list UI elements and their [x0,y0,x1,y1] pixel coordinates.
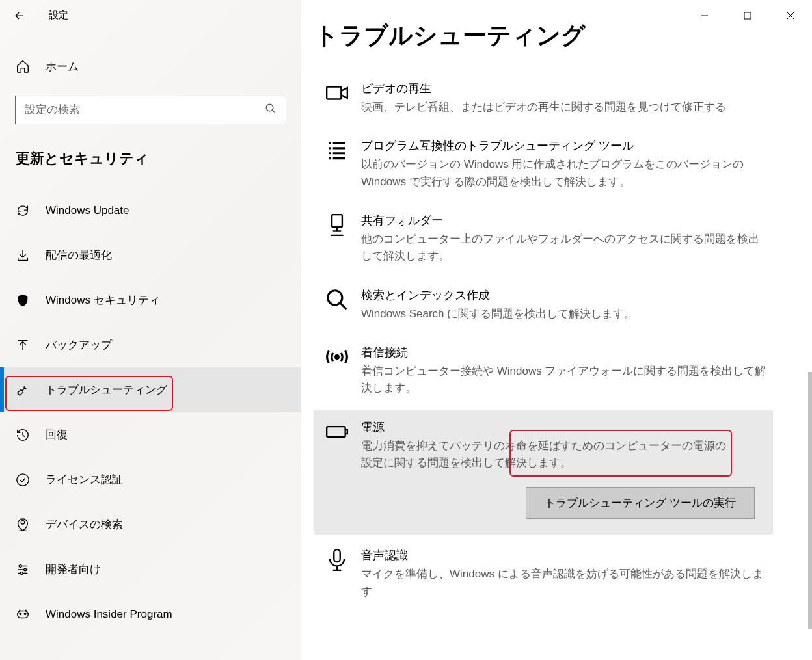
nav-label: Windows セキュリティ [46,293,160,308]
ts-item-compat[interactable]: プログラム互換性のトラブルシューティング ツール 以前のバージョンの Windo… [314,129,812,200]
wrench-icon [16,383,30,397]
svg-rect-15 [334,550,340,562]
nav-troubleshoot[interactable]: トラブルシューティング [0,367,301,412]
battery-icon [325,419,349,444]
ts-item-power[interactable]: 電源 電力消費を抑えてバッテリの寿命を延ばすためのコンピューターの電源の設定に関… [314,410,773,535]
ts-item-shared-folder[interactable]: 共有フォルダー 他のコンピューター上のファイルやフォルダーへのアクセスに関する問… [314,204,812,274]
titlebar: 設定 [0,0,301,31]
upload-icon [16,338,30,352]
download-icon [16,248,30,263]
nav-backup[interactable]: バックアップ [0,323,301,367]
list-icon [325,138,349,163]
sidebar: 設定 ホーム 更新とセキュリティ Windows Update 配信の最適化 W… [0,0,301,660]
ts-desc: マイクを準備し、Windows による音声認識を妨げる可能性がある問題を解決しま… [361,566,769,600]
search-box[interactable] [15,96,286,124]
microphone-icon [325,548,349,572]
nav-label: トラブルシューティング [46,382,167,397]
home-icon [16,59,30,73]
ts-desc: Windows Search に関する問題を検出して解決します。 [361,306,769,323]
section-header: 更新とセキュリティ [0,149,301,168]
ts-item-search-index[interactable]: 検索とインデックス作成 Windows Search に関する問題を検出して解決… [314,278,812,332]
nav-windows-security[interactable]: Windows セキュリティ [0,278,301,323]
svg-rect-10 [327,87,341,99]
ts-desc: 他のコンピューター上のファイルやフォルダーへのアクセスに関する問題を検出して解決… [361,231,769,265]
svg-point-1 [17,473,29,485]
ts-desc: 映画、テレビ番組、またはビデオの再生に関する問題を見つけて修正する [361,99,769,116]
insider-icon [16,607,30,622]
check-circle-icon [16,473,30,487]
svg-rect-14 [327,427,345,437]
ts-title: プログラム互換性のトラブルシューティング ツール [361,138,769,153]
ts-desc: 以前のバージョンの Windows 用に作成されたプログラムをこのバージョンの … [361,156,769,191]
ts-desc: 着信コンピューター接続や Windows ファイアウォールに関する問題を検出して… [361,363,769,397]
svg-point-0 [266,104,273,111]
ts-title: 検索とインデックス作成 [361,287,769,303]
ts-item-speech[interactable]: 音声認識 マイクを準備し、Windows による音声認識を妨げる可能性がある問題… [314,538,812,609]
svg-point-12 [328,290,342,304]
ts-title: 共有フォルダー [361,213,769,228]
ts-title: 音声認識 [361,548,769,563]
ts-item-video[interactable]: ビデオの再生 映画、テレビ番組、またはビデオの再生に関する問題を見つけて修正する [314,72,812,125]
ts-title: 着信接続 [361,345,769,360]
nav-label: Windows Insider Program [46,608,172,621]
sync-icon [16,204,30,218]
svg-point-13 [336,356,339,359]
minimize-button[interactable] [683,0,726,31]
maximize-button[interactable] [726,0,769,31]
window-controls [683,0,812,31]
nav-find-device[interactable]: デバイスの検索 [0,502,301,547]
ts-item-incoming[interactable]: 着信接続 着信コンピューター接続や Windows ファイアウォールに関する問題… [314,336,812,406]
network-pc-icon [325,213,349,237]
troubleshoot-list: ビデオの再生 映画、テレビ番組、またはビデオの再生に関する問題を見つけて修正する… [301,52,812,609]
scrollbar[interactable] [808,372,812,629]
search-input[interactable] [25,103,265,116]
svg-point-4 [24,568,27,571]
ts-title: 電源 [361,419,730,435]
nav-label: 開発者向け [46,562,101,577]
nav-label: 配信の最適化 [46,248,112,263]
svg-rect-9 [744,12,751,19]
magnify-icon [325,287,349,312]
svg-point-5 [20,572,23,574]
nav-label: デバイスの検索 [46,517,123,532]
nav-insider[interactable]: Windows Insider Program [0,592,301,637]
main-content: トラブルシューティング ビデオの再生 映画、テレビ番組、またはビデオの再生に関す… [301,0,812,660]
nav-recovery[interactable]: 回復 [0,412,301,457]
nav-label: バックアップ [46,337,112,352]
nav-delivery-optimization[interactable]: 配信の最適化 [0,233,301,278]
nav-label: Windows Update [46,204,129,217]
nav-label: 回復 [46,427,68,442]
svg-rect-11 [332,215,342,227]
nav-label: ライセンス認証 [46,472,123,487]
history-icon [16,428,30,442]
back-button[interactable] [0,0,39,31]
svg-rect-6 [18,611,29,618]
signal-icon [325,345,349,369]
shield-icon [16,293,30,308]
video-icon [325,81,349,105]
nav-developers[interactable]: 開発者向け [0,547,301,592]
window-title: 設定 [49,9,68,21]
run-troubleshooter-button[interactable]: トラブルシューティング ツールの実行 [526,487,755,519]
nav-windows-update[interactable]: Windows Update [0,188,301,233]
ts-desc: 電力消費を抑えてバッテリの寿命を延ばすためのコンピューターの電源の設定に関する問… [361,438,730,472]
location-icon [16,518,30,532]
nav-activation[interactable]: ライセンス認証 [0,457,301,502]
sliders-icon [16,562,30,577]
search-icon [265,103,277,117]
svg-point-3 [20,564,22,567]
nav-home-label: ホーム [46,59,79,74]
ts-title: ビデオの再生 [361,81,769,96]
close-button[interactable] [769,0,812,31]
arrow-left-icon [13,9,26,22]
svg-point-2 [21,520,25,524]
nav-home[interactable]: ホーム [0,44,301,89]
svg-point-8 [24,613,26,614]
svg-point-7 [20,613,21,614]
